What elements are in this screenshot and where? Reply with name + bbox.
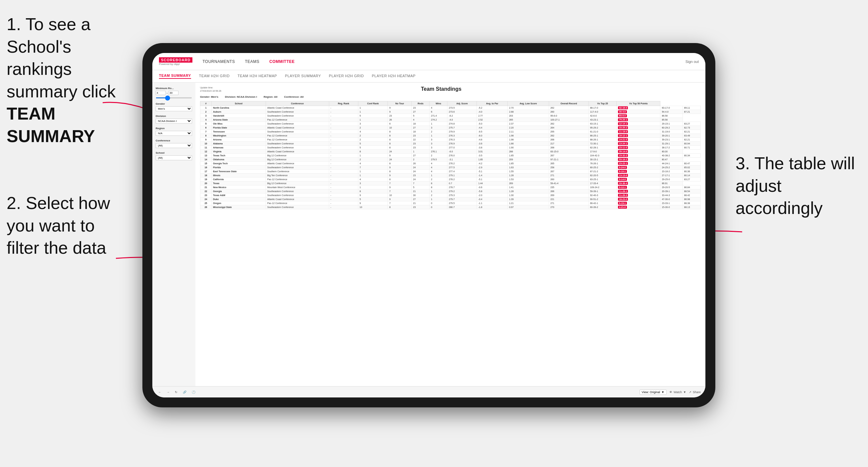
cell-12: 88-26-1 [588,137,617,142]
cell-2: Southeastern Conference [266,146,329,149]
cell-4: 8 [358,189,388,193]
cell-4: 2 [358,126,388,129]
table-header-row: # School Conference Reg. Rank Conf Rank … [200,101,701,106]
cell-4: 3 [358,181,388,185]
filter-region-select[interactable]: N/A [156,131,192,136]
cell-school: Arizona [212,137,266,142]
toolbar-back[interactable]: ← [157,390,163,395]
cell-11: 260 [549,177,588,181]
table-row: 9ArizonaPac-12 Conference-28223276.3-4.6… [200,137,701,142]
cell-10: 2.88 [508,110,549,114]
cell-rank: 19 [200,177,212,181]
table-row: 1North CarolinaAtlantic Coast Conference… [200,106,701,110]
cell-12: 88-17-0 [588,106,617,110]
subnav-team-h2h-heatmap[interactable]: TEAM H2H HEATMAP [238,74,277,79]
cell-10: 1.39 [508,197,549,201]
nav-teams[interactable]: TEAMS [245,59,259,64]
sign-out-link[interactable]: Sign out [685,60,699,64]
subnav-player-summary[interactable]: PLAYER SUMMARY [285,74,321,79]
toolbar-share-btn[interactable]: ↗ Share [689,391,701,394]
cell-15: 88.54 [683,189,701,193]
filter-gender-select[interactable]: Men's [156,106,192,111]
filter-school-label: School [156,151,192,154]
cell-7: 1 [430,173,447,177]
toolbar-clock[interactable]: 🕐 [190,390,197,395]
cell-school: Auburn [212,110,266,114]
cell-4: 10 [358,205,388,209]
table-row: 13Texas TechBig 12 Conference-19272276.0… [200,153,701,157]
cell-school: Florida [212,165,266,169]
toolbar-share-label: Share [693,391,701,394]
cell-9: -4.4 [477,126,508,129]
cell-11: 271 [549,173,588,177]
cell-7: 1 [430,133,447,137]
subnav-team-h2h-grid[interactable]: TEAM H2H GRID [199,74,230,79]
toolbar-view-label: View: Original [642,391,660,394]
cell-3: - [329,197,358,201]
toolbar-refresh[interactable]: ↻ [174,390,179,395]
cell-14: 23-16-2 [660,169,683,173]
cell-14: 44-24-1 [660,161,683,165]
subnav-team-summary[interactable]: TEAM SUMMARY [159,73,191,79]
cell-7: 3 [430,146,447,149]
cell-11: 255 [549,129,588,133]
col-vs50-pts: Vs Top 50 Points [617,101,660,106]
cell-5: 8 [388,177,412,181]
cell-9: -4.6 [477,137,508,142]
toolbar-view-btn[interactable]: View: Original ▼ [640,390,666,395]
cell-rank: 13 [200,153,212,157]
cell-11: 100-27-1 [549,118,588,122]
filter-min-rank-from[interactable] [156,91,165,95]
toolbar-forward[interactable]: → [165,390,171,395]
cell-3: - [329,142,358,146]
cell-vs50-pts: 23-23-1 [617,161,660,165]
cell-6: 22 [412,137,430,142]
cell-school: Tennessee [212,129,266,133]
cell-8: 279.2 [447,189,477,193]
filter-min-rank-slider[interactable] [156,97,192,98]
cell-2: Pac-12 Conference [266,201,329,205]
cell-rank: 23 [200,193,212,197]
standings-table: # School Conference Reg. Rank Conf Rank … [200,101,701,209]
cell-6: 23 [412,142,430,146]
cell-8: 275.7 [447,126,477,129]
cell-3: - [329,137,358,142]
toolbar-watch[interactable]: 👁 Watch ▼ [669,391,686,394]
cell-2: Pac-12 Conference [266,133,329,137]
nav-links: TOURNAMENTS TEAMS COMMITTEE [203,59,685,64]
cell-5: 8 [388,129,412,133]
table-row: 16FloridaSoutheastern Conference-7924427… [200,165,701,169]
cell-6: 1 [412,149,430,153]
cell-school: Georgia [212,189,266,193]
cell-8: 276.9 [447,142,477,146]
toolbar-share2[interactable]: 🔗 [182,390,188,395]
subnav-player-h2h-grid[interactable]: PLAYER H2H GRID [329,74,364,79]
cell-2: Atlantic Coast Conference [266,197,329,201]
cell-14: 29-25-0 [660,177,683,181]
cell-12: 60-39-2 [588,205,617,209]
filter-school-select[interactable]: (All) [156,155,192,160]
cell-school: Oregon [212,201,266,205]
cell-4: 5 [358,197,388,201]
cell-15: 86.84 [683,185,701,189]
cell-6: 27 [412,153,430,157]
filter-conference-select[interactable]: (All) [156,143,192,148]
filter-division-select[interactable]: NCAA Division I [156,119,192,124]
col-school: School [212,101,266,106]
cell-11: 269 [549,193,588,197]
nav-committee[interactable]: COMMITTEE [269,59,295,64]
filter-group-min-rank: Minimum Ro... - [156,87,192,99]
cell-8: 0.7 [447,181,477,185]
cell-8: 279.1 [447,173,477,177]
cell-11: 271 [549,201,588,205]
cell-9: -0.4 [477,197,508,201]
conference-filter-label: Conference: All [284,95,304,98]
nav-tournaments[interactable]: TOURNAMENTS [203,59,235,64]
filter-min-rank-to[interactable] [168,91,179,95]
filter-display-row: Gender: Men's Division: NCAA Division I … [200,95,701,98]
subnav-player-h2h-heatmap[interactable]: PLAYER H2H HEATMAP [372,74,415,79]
col-no-tour: No Tour [388,101,412,106]
cell-5: 7 [388,189,412,193]
filter-group-conference: Conference (All) [156,139,192,148]
cell-4: 1 [358,173,388,177]
